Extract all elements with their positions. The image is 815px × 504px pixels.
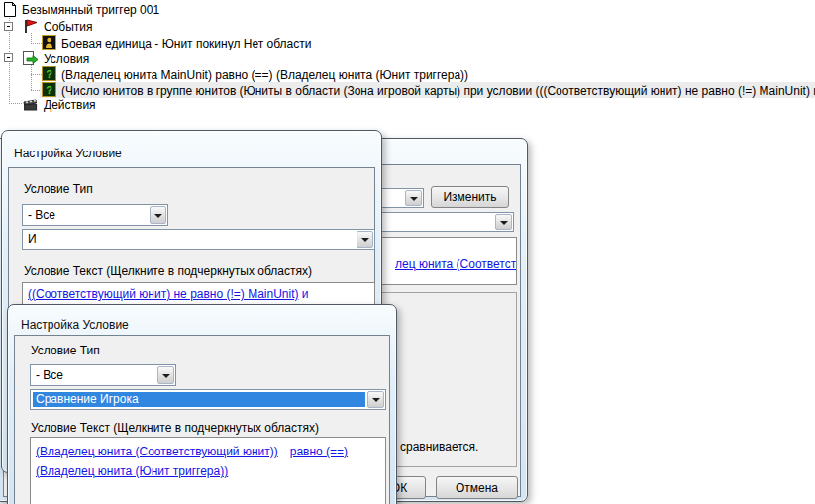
condition-text-label: Условие Текст (Щелкните в подчеркнутых о… xyxy=(31,421,319,435)
combo-value: - Все xyxy=(33,368,155,383)
condition-dialog-front[interactable]: Настройка Условие Условие Тип - Все Срав… xyxy=(7,304,397,504)
collapse-events-button[interactable] xyxy=(4,22,13,31)
tree-connector xyxy=(31,74,42,75)
condition-type-label: Условие Тип xyxy=(31,344,100,357)
dialog-title: Настройка Условие xyxy=(14,147,122,160)
edit-button[interactable]: Изменить xyxy=(431,186,509,208)
condition-text-label: Условие Текст (Щелкните в подчеркнутых о… xyxy=(24,264,312,278)
dialog-title: Настройка Условие xyxy=(21,318,129,332)
condition-link-fragment[interactable]: лец юнита (Соответствующ xyxy=(395,257,517,271)
chevron-down-icon xyxy=(162,374,170,378)
trigger-editor-screen: Безымянный триггер 001 События Боевая ед… xyxy=(0,0,815,504)
chevron-down-icon xyxy=(361,238,369,242)
condition-operator-combo[interactable]: Сравнение Игрока xyxy=(30,389,386,410)
trigger-document-icon xyxy=(2,1,18,22)
tree-item-trigger-root[interactable]: Безымянный триггер 001 xyxy=(22,3,159,18)
dropdown-arrow-button[interactable] xyxy=(405,190,422,206)
condition-text-panel: (Владелец юнита (Соответствующий юнит))р… xyxy=(30,437,386,504)
condition-type-label: Условие Тип xyxy=(24,182,93,196)
dialog-client-area: Условие Тип - Все Сравнение Игрока Услов… xyxy=(14,335,390,504)
tree-item-events[interactable]: События xyxy=(44,20,93,35)
conditions-icon xyxy=(22,50,39,70)
tree-item-conditions[interactable]: Условия xyxy=(44,52,89,67)
collapse-conditions-button[interactable] xyxy=(4,53,13,62)
chevron-down-icon xyxy=(154,214,162,218)
svg-text:?: ? xyxy=(46,68,52,80)
dropdown-arrow-button[interactable] xyxy=(150,206,166,224)
svg-text:?: ? xyxy=(46,84,52,96)
condition-joiner: и xyxy=(299,287,309,301)
chevron-down-icon xyxy=(372,398,380,402)
condition-link[interactable]: (Владелец юнита (Юнит триггера)) xyxy=(36,464,228,478)
tree-item-condition-1[interactable]: (Владелец юнита MainUnit) равно (==) (Вл… xyxy=(61,68,468,83)
condition-type-combo[interactable]: - Все xyxy=(30,364,176,386)
dropdown-arrow-button[interactable] xyxy=(367,391,384,408)
condition-link[interactable]: ((Соответствующий юнит) не равно (!=) Ma… xyxy=(28,287,299,301)
description-text: сравнивается. xyxy=(400,440,478,454)
condition-operator-combo[interactable]: И xyxy=(22,229,375,250)
chevron-down-icon xyxy=(410,197,418,201)
minus-icon xyxy=(7,57,10,58)
chevron-down-icon xyxy=(500,221,508,225)
dropdown-arrow-button[interactable] xyxy=(495,214,512,230)
minus-icon xyxy=(7,26,10,27)
tree-connector xyxy=(31,43,42,44)
tree-item-actions[interactable]: Действия xyxy=(44,98,96,113)
cancel-button[interactable]: Отмена xyxy=(436,476,518,499)
dropdown-arrow-button[interactable] xyxy=(157,366,174,384)
combo-value-selected: Сравнение Игрока xyxy=(33,392,365,407)
actions-clapper-icon xyxy=(22,96,39,116)
condition-link[interactable]: (Владелец юнита (Соответствующий юнит)) xyxy=(36,445,278,458)
tree-item-condition-2[interactable]: (Число юнитов в группе юнитов (Юниты в о… xyxy=(61,84,815,99)
events-flag-icon xyxy=(22,18,39,38)
tree-connector xyxy=(9,103,22,104)
combo-value: И xyxy=(25,232,355,247)
unit-event-icon xyxy=(42,35,56,53)
condition-link[interactable]: равно (==) xyxy=(290,445,348,458)
dropdown-arrow-button[interactable] xyxy=(357,231,373,248)
tree-item-event[interactable]: Боевая единица - Юнит покинул Нет област… xyxy=(61,37,311,51)
combo-value: - Все xyxy=(25,208,148,223)
condition-type-combo[interactable]: - Все xyxy=(22,204,168,226)
